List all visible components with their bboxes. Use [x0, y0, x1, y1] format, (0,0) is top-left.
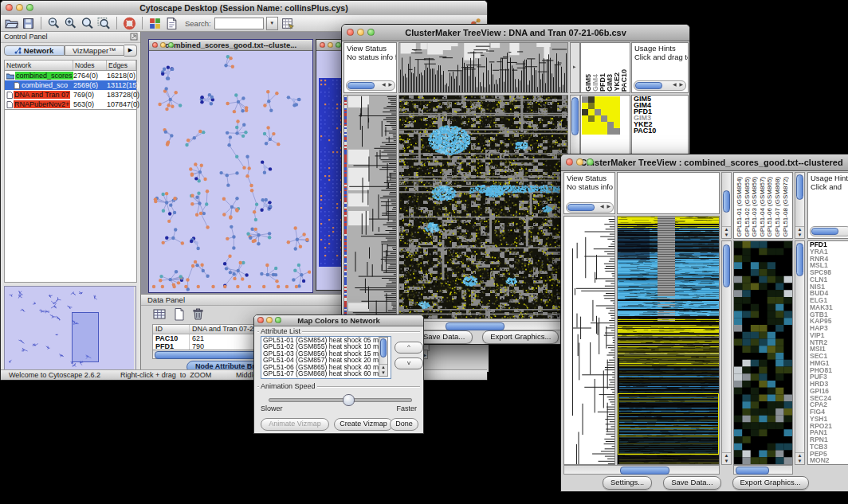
mini-hscrollbar[interactable] [810, 226, 848, 236]
column-labels-vscrollbar[interactable]: ▲▼ [721, 172, 732, 239]
heatmap-canvas[interactable] [618, 217, 719, 464]
scrollbar-thumb[interactable] [446, 322, 504, 330]
network-overview-panel[interactable] [4, 286, 136, 375]
zoom-selected-icon[interactable] [97, 17, 111, 30]
matrix-cell[interactable] [595, 128, 601, 135]
scrollbar-thumb[interactable] [723, 190, 730, 213]
matrix-cell[interactable] [601, 109, 607, 115]
matrix-cell[interactable] [588, 128, 595, 135]
zoom-in-icon[interactable] [64, 17, 77, 30]
network-window1-titlebar[interactable]: combined_scores_good.txt--cluste... [149, 40, 312, 51]
row-dendrogram-pane[interactable] [563, 216, 615, 465]
matrix-cell[interactable] [607, 109, 614, 115]
matrix-cell[interactable] [582, 115, 588, 122]
minimize-button[interactable] [266, 317, 273, 323]
gene-label[interactable]: PAC10 [632, 127, 688, 134]
matrix-cell[interactable] [582, 109, 588, 115]
create-vizmap-button[interactable]: Create Vizmap [334, 418, 393, 431]
scroll-arrows-icon[interactable]: ▲▼ [722, 452, 731, 464]
matrix-cell[interactable] [582, 103, 588, 109]
done-button[interactable]: Done [390, 418, 418, 431]
matrix-cell[interactable] [588, 122, 595, 128]
export-graphics-button[interactable]: Export Graphics... [482, 330, 559, 344]
close-button[interactable] [6, 4, 13, 11]
column-dendrogram-canvas[interactable] [399, 43, 567, 92]
dialog-titlebar[interactable]: Map Colors to Network [254, 315, 423, 326]
delete-attribute-icon[interactable] [190, 307, 206, 322]
scroll-arrows-icon[interactable]: ◀ ▶ [673, 81, 684, 88]
tab-network[interactable]: Network [4, 45, 65, 56]
minimize-button[interactable] [576, 158, 583, 166]
move-down-button[interactable]: v [395, 357, 423, 369]
matrix-cell[interactable] [607, 96, 614, 103]
scrollbar-thumb[interactable] [620, 467, 669, 475]
scrollbar-thumb[interactable] [567, 204, 595, 211]
matrix-cell[interactable] [601, 115, 607, 122]
scrollbar-thumb[interactable] [736, 467, 769, 475]
heatmap-vscrollbar[interactable]: ▲▼ [721, 240, 732, 465]
matrix-cell[interactable] [614, 128, 620, 135]
zoom-button[interactable] [367, 29, 375, 36]
float-panel-icon[interactable] [130, 33, 138, 41]
matrix-cell[interactable] [601, 122, 607, 128]
matrix-cell[interactable] [595, 96, 601, 103]
treeview2-titlebar[interactable]: ClusterMaker TreeView : combined_scores_… [561, 154, 848, 171]
minimize-button[interactable] [357, 29, 364, 36]
matrix-cell[interactable] [595, 109, 601, 115]
attribute-editor-icon[interactable] [281, 17, 295, 30]
labels-vscrollbar[interactable]: ▲▼ [795, 172, 805, 239]
scroll-arrows-icon[interactable]: ◀ ▶ [382, 81, 393, 88]
attribute-table-icon[interactable] [152, 307, 168, 322]
minimize-button[interactable] [16, 4, 23, 11]
close-button[interactable] [347, 29, 354, 36]
row-dendrogram-canvas[interactable] [344, 96, 396, 318]
matrix-cell[interactable] [588, 115, 595, 122]
gene-label[interactable]: MON2 [808, 457, 848, 464]
heatmap-pane[interactable] [617, 216, 720, 465]
scroll-arrows-icon[interactable]: ▲▼ [795, 452, 804, 464]
network-table-row[interactable]: combined_scores2764(0)16218(0) [5, 71, 136, 80]
main-titlebar[interactable]: Cytoscape Desktop (Session Name: collins… [1, 1, 487, 16]
vizmapper-icon[interactable] [148, 17, 162, 30]
zoom-button[interactable] [336, 42, 341, 48]
column-dendrogram-pane[interactable] [398, 42, 568, 93]
mini-hscrollbar[interactable]: ◀ ▶ [346, 80, 395, 91]
cluster-zoom-pane[interactable] [733, 240, 793, 465]
zoom-vscrollbar[interactable]: ▲▼ [795, 240, 805, 465]
matrix-cell[interactable] [614, 122, 620, 128]
tab-vizmapper[interactable]: VizMapper™ [65, 45, 125, 56]
scrollbar-thumb[interactable] [811, 228, 838, 235]
zoom-out-icon[interactable] [47, 17, 61, 30]
network-overview-canvas[interactable] [5, 287, 134, 373]
network-view-window-1[interactable]: combined_scores_good.txt--cluste... [148, 39, 313, 293]
matrix-cell[interactable] [607, 103, 614, 109]
scrollbar-thumb[interactable] [723, 244, 730, 287]
row-dendrogram-canvas[interactable] [564, 217, 614, 464]
matrix-cell[interactable] [601, 128, 607, 135]
matrix-cell[interactable] [595, 122, 601, 128]
minimize-button[interactable] [160, 42, 166, 48]
scroll-arrows-icon[interactable]: ▲▼ [722, 226, 731, 238]
attribute-list-item[interactable]: GPL51-07 (GSM868) heat shock 60 min [261, 370, 391, 377]
mini-hscrollbar[interactable]: ◀ ▶ [634, 80, 686, 91]
zoom-fit-icon[interactable] [80, 17, 94, 30]
close-button[interactable] [152, 42, 158, 48]
attribute-list-vscrollbar[interactable]: ▲▼ [379, 337, 388, 377]
scroll-arrows-icon[interactable]: ▲▼ [379, 364, 387, 376]
cluster-zoom-canvas[interactable] [734, 241, 792, 464]
matrix-cell[interactable] [607, 115, 614, 122]
mini-hscrollbar[interactable]: ◀ ▶ [566, 202, 614, 213]
matrix-cell[interactable] [588, 103, 595, 109]
matrix-cell[interactable] [582, 96, 588, 103]
matrix-cell[interactable] [614, 96, 620, 103]
matrix-cell[interactable] [614, 103, 620, 109]
slider-thumb[interactable] [343, 394, 355, 406]
scrollbar-thumb[interactable] [796, 174, 803, 200]
zoom-button[interactable] [275, 317, 281, 323]
animate-vizmap-button[interactable]: Animate Vizmap [261, 418, 329, 431]
scroll-arrows-icon[interactable]: ▲▼ [795, 226, 804, 238]
zoom-button[interactable] [26, 4, 33, 11]
matrix-cell[interactable] [588, 96, 595, 103]
settings-button[interactable]: Settings... [603, 476, 652, 490]
attribute-list[interactable]: GPL51-01 (GSM854) heat shock 05 minGPL51… [261, 336, 391, 379]
